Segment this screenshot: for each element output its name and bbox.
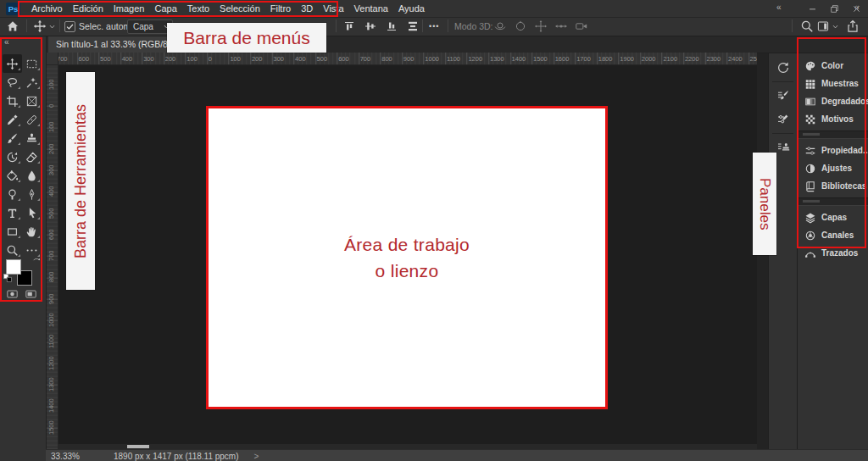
tool-type[interactable]: [3, 203, 22, 222]
search-button[interactable]: [800, 19, 814, 33]
menu-item-vista[interactable]: Vista: [318, 0, 348, 17]
separator: [422, 19, 423, 32]
canvas[interactable]: Área de trabajo o lienzo: [206, 106, 608, 409]
minimize-button[interactable]: [808, 4, 817, 14]
align-bottom-icon: [385, 19, 398, 33]
panel-item-label: Ajustes: [821, 164, 852, 173]
pan-3d-button[interactable]: [534, 19, 548, 33]
panel-item-gradients[interactable]: Degradados: [798, 92, 868, 110]
swap-colors-icon: [32, 257, 42, 266]
menu-item-edición[interactable]: Edición: [68, 0, 108, 17]
menu-item-capa[interactable]: Capa: [149, 0, 181, 17]
adjustments-icon: [804, 163, 816, 175]
ruler-label: 600: [338, 55, 349, 63]
tool-paint-bucket[interactable]: [3, 166, 22, 185]
ruler-label: 300: [274, 55, 285, 63]
tool-healing-brush[interactable]: [22, 110, 42, 129]
workspace-chevron-down-icon[interactable]: [832, 23, 839, 31]
tool-move[interactable]: [3, 54, 22, 73]
tool-dodge[interactable]: [3, 185, 22, 203]
auto-select-checkbox[interactable]: [64, 21, 75, 32]
tool-pen[interactable]: [22, 185, 42, 203]
panel-item-channels[interactable]: Canales: [798, 226, 868, 244]
tool-frame[interactable]: [22, 92, 42, 110]
slide-3d-button[interactable]: [554, 19, 568, 33]
tool-hand[interactable]: [22, 222, 42, 241]
move-icon: [6, 58, 19, 70]
menu-item-filtro[interactable]: Filtro: [265, 0, 296, 17]
share-button[interactable]: [846, 19, 860, 33]
more-options-button[interactable]: •••: [429, 17, 439, 36]
tool-crop[interactable]: [3, 92, 22, 110]
panel-item-swatches[interactable]: Muestras: [798, 75, 868, 92]
tool-path-select[interactable]: [22, 203, 42, 222]
scrollbar-thumb[interactable]: [127, 445, 149, 448]
auto-select-dropdown[interactable]: Capa: [127, 19, 173, 34]
strip-panel-tool-presets[interactable]: [769, 108, 798, 131]
home-button[interactable]: [6, 19, 19, 33]
tool-preset-chevron-down-icon[interactable]: [48, 23, 56, 31]
align-middle-button[interactable]: [364, 19, 377, 33]
ruler-label: 500: [100, 55, 111, 63]
ruler-label: 1200: [468, 55, 482, 63]
collapse-strip-icon[interactable]: «: [776, 3, 782, 12]
collapse-dock-icon[interactable]: «: [854, 3, 860, 12]
zoom-level-field[interactable]: 33.33%: [51, 452, 103, 461]
menu-item-selección[interactable]: Selección: [214, 0, 265, 17]
menu-item-3d[interactable]: 3D: [296, 0, 318, 17]
tool-zoom[interactable]: [3, 241, 22, 259]
ruler-label: 100: [47, 116, 56, 138]
tool-lasso[interactable]: [3, 73, 22, 92]
panel-item-color[interactable]: Color: [798, 57, 868, 75]
search-icon: [800, 19, 814, 33]
ruler-label: 2100: [663, 55, 677, 63]
ruler-label: 1700: [576, 55, 591, 63]
quick-mask-button[interactable]: [5, 288, 19, 300]
tool-marquee[interactable]: [22, 54, 42, 73]
tool-blur[interactable]: [22, 166, 42, 185]
strip-panel-brush-settings[interactable]: [769, 84, 798, 108]
tool-history-brush[interactable]: [3, 147, 22, 166]
menu-item-imagen[interactable]: Imagen: [108, 0, 150, 17]
blur-icon: [25, 169, 38, 182]
panel-item-layers[interactable]: Capas: [798, 208, 868, 226]
menu-item-texto[interactable]: Texto: [182, 0, 214, 17]
menu-item-archivo[interactable]: Archivo: [26, 0, 68, 17]
align-top-button[interactable]: [342, 19, 356, 33]
panel-item-label: Capas: [821, 213, 847, 222]
pen-icon: [25, 188, 38, 201]
panel-item-libraries[interactable]: Bibliotecas: [798, 177, 868, 195]
tool-magic-wand[interactable]: [22, 73, 42, 92]
workspace-switcher-button[interactable]: [816, 19, 830, 33]
tool-clone-stamp[interactable]: [22, 129, 42, 147]
photoshop-logo-icon[interactable]: Ps: [6, 3, 20, 15]
tool-eyedropper[interactable]: [3, 110, 22, 129]
panel-item-properties[interactable]: Propiedad...: [798, 142, 868, 159]
tool-shape[interactable]: [3, 222, 22, 241]
distribute-button[interactable]: [406, 19, 420, 33]
panel-item-patterns[interactable]: Motivos: [798, 110, 868, 128]
status-expander-icon[interactable]: >: [254, 452, 259, 461]
swap-colors-icon[interactable]: [32, 257, 42, 266]
tool-brush[interactable]: [3, 129, 22, 147]
foreground-color-swatch[interactable]: [6, 259, 21, 275]
camera-3d-button[interactable]: [575, 19, 588, 33]
status-bar: 33.33% 1890 px x 1417 px (118.11 ppcm) >: [46, 449, 868, 461]
panel-item-adjustments[interactable]: Ajustes: [798, 159, 868, 177]
strip-panel-history[interactable]: [769, 56, 798, 80]
tool-eraser[interactable]: [22, 147, 42, 166]
color-icon: [804, 60, 816, 72]
annotation-toolbar-label: Barra de Herramientas: [66, 72, 95, 290]
orbit-3d-button[interactable]: [493, 19, 507, 33]
menu-item-ayuda[interactable]: Ayuda: [393, 0, 430, 17]
panel-item-paths[interactable]: Trazados: [798, 244, 868, 262]
roll-3d-button[interactable]: [514, 19, 527, 33]
menu-item-ventana[interactable]: Ventana: [349, 0, 393, 17]
align-bottom-button[interactable]: [385, 19, 398, 33]
magic-wand-icon: [25, 76, 38, 89]
screen-mode-button[interactable]: [24, 288, 38, 300]
gradients-icon: [804, 96, 816, 108]
collapse-toolbar-icon[interactable]: «: [4, 38, 9, 47]
panel-item-label: Motivos: [821, 114, 854, 124]
restore-button[interactable]: [830, 4, 839, 14]
